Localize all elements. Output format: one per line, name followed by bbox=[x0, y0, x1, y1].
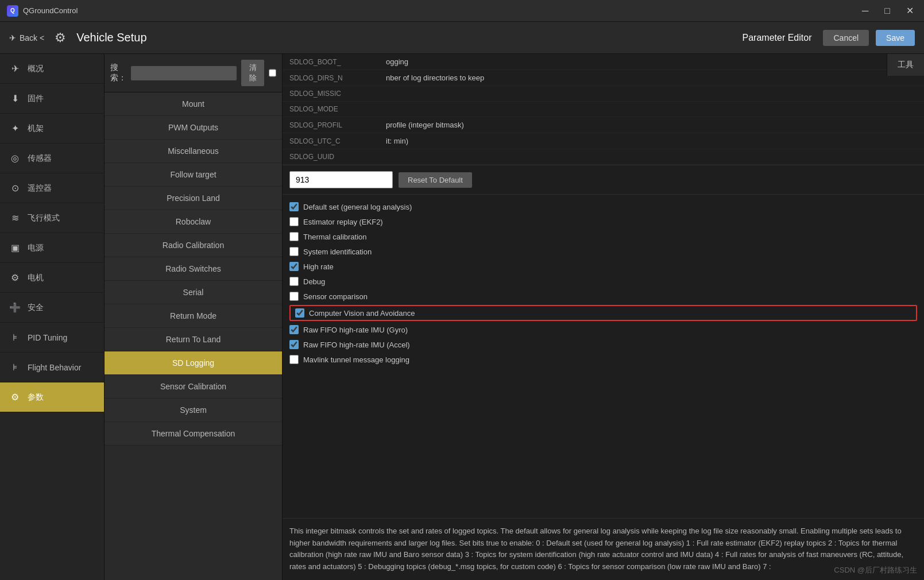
sdlog-row[interactable]: SDLOG_MODE bbox=[283, 102, 924, 117]
value-input[interactable] bbox=[289, 171, 393, 188]
search-input[interactable] bbox=[131, 66, 237, 80]
checkbox-row-debug: Debug bbox=[289, 274, 917, 289]
maximize-button[interactable]: □ bbox=[881, 5, 894, 17]
sidebar-item-radio[interactable]: ⊙ 遥控器 bbox=[0, 173, 104, 203]
nav-item-pwm-outputs[interactable]: PWM Outputs bbox=[105, 116, 282, 140]
nav-item-sensor-calibration[interactable]: Sensor Calibration bbox=[105, 375, 282, 399]
checkbox-row-default_set: Default set (general log analysis) bbox=[289, 199, 917, 214]
nav-item-return-mode[interactable]: Return Mode bbox=[105, 304, 282, 328]
checkbox-mavlink_tunnel[interactable] bbox=[289, 355, 299, 364]
clear-button[interactable]: 清除 bbox=[241, 60, 264, 86]
nav-item-radio-calibration[interactable]: Radio Calibration bbox=[105, 234, 282, 257]
checkbox-label-default_set: Default set (general log analysis) bbox=[303, 203, 412, 211]
nav-item-radio-switches[interactable]: Radio Switches bbox=[105, 257, 282, 281]
search-label: 搜索： bbox=[110, 63, 126, 83]
checkbox-label-thermal_cal: Thermal calibration bbox=[303, 233, 367, 241]
cancel-button[interactable]: Cancel bbox=[823, 30, 869, 46]
nav-item-system[interactable]: System bbox=[105, 399, 282, 422]
flight-modes-icon: ≋ bbox=[8, 211, 22, 225]
nav-list: MountPWM OutputsMiscellaneousFollow targ… bbox=[105, 92, 282, 580]
close-button[interactable]: ✕ bbox=[903, 4, 917, 17]
checkbox-label-computer_vision: Computer Vision and Avoidance bbox=[309, 309, 415, 318]
checkbox-row-estimator_replay: Estimator replay (EKF2) bbox=[289, 214, 917, 229]
sdlog-row[interactable]: SDLOG_UTC_Cit: min) bbox=[283, 133, 924, 149]
sdlog-key: SDLOG_PROFIL bbox=[289, 121, 381, 129]
sidebar-item-power[interactable]: ▣ 电源 bbox=[0, 233, 104, 263]
params-icon: ⚙ bbox=[8, 390, 22, 404]
sdlog-key: SDLOG_MISSIC bbox=[289, 90, 381, 98]
nav-item-precision-land[interactable]: Precision Land bbox=[105, 187, 282, 210]
app-title: QGroundControl bbox=[23, 6, 78, 15]
checkbox-system_id[interactable] bbox=[289, 247, 299, 256]
sidebar-label-radio: 遥控器 bbox=[28, 183, 52, 194]
checkbox-row-mavlink_tunnel: Mavlink tunnel message logging bbox=[289, 352, 917, 367]
sidebar-item-flight-modes[interactable]: ≋ 飞行模式 bbox=[0, 203, 104, 233]
checkbox-label-estimator_replay: Estimator replay (EKF2) bbox=[303, 218, 383, 226]
checkbox-default_set[interactable] bbox=[289, 202, 299, 211]
sidebar-item-flight-behavior[interactable]: ⊧ Flight Behavior bbox=[0, 353, 104, 382]
sidebar-label-power: 电源 bbox=[28, 243, 44, 253]
checkbox-label-raw_fifo_gyro: Raw FIFO high-rate IMU (Gyro) bbox=[303, 326, 408, 334]
minimize-button[interactable]: ─ bbox=[859, 5, 872, 17]
sdlog-row[interactable]: SDLOG_MISSIC bbox=[283, 86, 924, 102]
safety-icon: ➕ bbox=[8, 301, 22, 315]
sidebar-label-motors: 电机 bbox=[28, 273, 44, 283]
sdlog-row[interactable]: SDLOG_DIRS_Nnber of log directories to k… bbox=[283, 70, 924, 86]
sdlog-key: SDLOG_DIRS_N bbox=[289, 74, 381, 82]
back-button[interactable]: ✈ Back < bbox=[9, 33, 44, 42]
sdlog-list: SDLOG_BOOT_oggingSDLOG_DIRS_Nnber of log… bbox=[283, 54, 924, 165]
top-toolbar: ✈ Back < ⚙ Vehicle Setup Parameter Edito… bbox=[0, 22, 924, 54]
search-bar: 搜索： 清除 bbox=[105, 54, 282, 92]
sidebar-label-airframe: 机架 bbox=[28, 123, 44, 134]
description-box: This integer bitmask controls the set an… bbox=[283, 518, 924, 580]
sdlog-row[interactable]: SDLOG_UUID bbox=[283, 149, 924, 165]
checkbox-computer_vision[interactable] bbox=[295, 308, 304, 318]
sensors-icon: ◎ bbox=[8, 152, 22, 165]
checkbox-label-raw_fifo_accel: Raw FIFO high-rate IMU (Accel) bbox=[303, 341, 410, 349]
sidebar-item-pid-tuning[interactable]: ⊧ PID Tuning bbox=[0, 323, 104, 353]
filter-checkbox[interactable] bbox=[269, 67, 276, 79]
reset-default-button[interactable]: Reset To Default bbox=[399, 172, 472, 188]
checkbox-debug[interactable] bbox=[289, 277, 299, 286]
nav-item-miscellaneous[interactable]: Miscellaneous bbox=[105, 140, 282, 163]
checkbox-label-high_rate: High rate bbox=[303, 262, 334, 271]
sidebar-item-motors[interactable]: ⚙ 电机 bbox=[0, 263, 104, 293]
sdlog-key: SDLOG_UTC_C bbox=[289, 137, 381, 145]
toolbar-title: Vehicle Setup bbox=[76, 31, 146, 44]
nav-item-return-to-land[interactable]: Return To Land bbox=[105, 328, 282, 351]
checkbox-raw_fifo_accel[interactable] bbox=[289, 340, 299, 349]
sidebar: ✈ 概况 ⬇ 固件 ✦ 机架 ◎ 传感器 ⊙ 遥控器 ≋ 飞行模式 ▣ 电源 ⚙ bbox=[0, 54, 105, 580]
checkbox-row-computer_vision: Computer Vision and Avoidance bbox=[289, 305, 917, 321]
sidebar-item-airframe[interactable]: ✦ 机架 bbox=[0, 114, 104, 144]
firmware-icon: ⬇ bbox=[8, 92, 22, 106]
tools-button[interactable]: 工具 bbox=[887, 54, 924, 76]
description-text: This integer bitmask controls the set an… bbox=[289, 527, 903, 571]
nav-item-follow-target[interactable]: Follow target bbox=[105, 163, 282, 187]
save-button[interactable]: Save bbox=[876, 30, 915, 46]
sdlog-row[interactable]: SDLOG_BOOT_ogging bbox=[283, 54, 924, 70]
sdlog-desc: ogging bbox=[386, 57, 917, 66]
checkbox-high_rate[interactable] bbox=[289, 262, 299, 271]
sdlog-row[interactable]: SDLOG_PROFILprofile (integer bitmask) bbox=[283, 117, 924, 133]
sidebar-item-safety[interactable]: ➕ 安全 bbox=[0, 293, 104, 323]
sidebar-item-sensors[interactable]: ◎ 传感器 bbox=[0, 144, 104, 173]
sidebar-label-safety: 安全 bbox=[28, 303, 44, 313]
airframe-icon: ✦ bbox=[8, 122, 22, 136]
checkbox-sensor_comp[interactable] bbox=[289, 292, 299, 301]
nav-item-mount[interactable]: Mount bbox=[105, 92, 282, 116]
checkbox-row-sensor_comp: Sensor comparison bbox=[289, 289, 917, 304]
nav-item-roboclaw[interactable]: Roboclaw bbox=[105, 210, 282, 234]
sidebar-label-sensors: 传感器 bbox=[28, 153, 52, 164]
checkbox-estimator_replay[interactable] bbox=[289, 217, 299, 226]
middle-section: 搜索： 清除 MountPWM OutputsMiscellaneousFoll… bbox=[105, 54, 283, 580]
sidebar-item-overview[interactable]: ✈ 概况 bbox=[0, 54, 104, 84]
checkbox-raw_fifo_gyro[interactable] bbox=[289, 325, 299, 334]
sidebar-item-firmware[interactable]: ⬇ 固件 bbox=[0, 84, 104, 114]
nav-item-thermal-compensation[interactable]: Thermal Compensation bbox=[105, 422, 282, 446]
checkbox-label-sensor_comp: Sensor comparison bbox=[303, 292, 368, 301]
sidebar-item-params[interactable]: ⚙ 参数 bbox=[0, 382, 104, 412]
nav-item-serial[interactable]: Serial bbox=[105, 281, 282, 304]
sdlog-key: SDLOG_MODE bbox=[289, 105, 381, 113]
nav-item-sd-logging[interactable]: SD Logging bbox=[105, 351, 282, 375]
checkbox-thermal_cal[interactable] bbox=[289, 232, 299, 241]
